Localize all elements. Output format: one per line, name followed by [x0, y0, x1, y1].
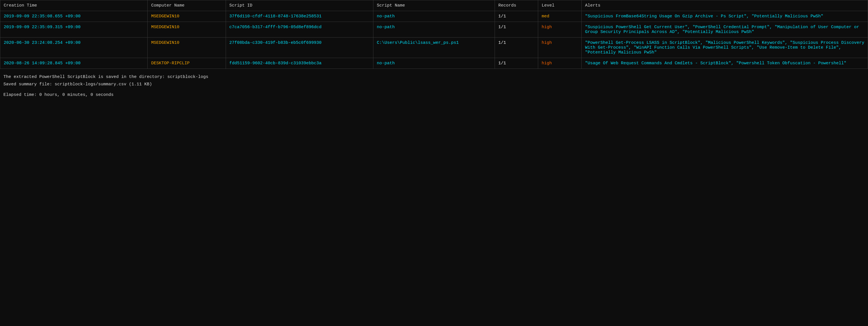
cell-records: 1/1 [495, 22, 538, 37]
cell-alerts: "Suspicious PowerShell Get Current User"… [581, 22, 868, 37]
footer-elapsed: Elapsed time: 0 hours, 0 minutes, 0 seco… [3, 91, 865, 99]
cell-alerts: "PowerShell Get-Process LSASS in ScriptB… [581, 37, 868, 58]
cell-scriptname: no-path [373, 11, 495, 22]
cell-time: 2020-06-30 23:24:08.254 +09:00 [0, 37, 148, 58]
header-script-id: Script ID [226, 0, 373, 11]
table-row: 2020-06-30 23:24:08.254 +09:00MSEDGEWIN1… [0, 37, 868, 58]
footer-line-2: Saved summary file: scriptblock-logs/sum… [3, 81, 865, 88]
table-header-row: Creation Time Computer Name Script ID Sc… [0, 0, 868, 11]
cell-level: med [538, 11, 581, 22]
cell-level: high [538, 37, 581, 58]
table-row: 2019-09-09 22:35:08.655 +09:00MSEDGEWIN1… [0, 11, 868, 22]
cell-scriptname: no-path [373, 22, 495, 37]
cell-computer: DESKTOP-RIPCLIP [148, 58, 226, 69]
cell-scriptid: 27f08bda-c330-419f-b83b-eb5c0f699930 [226, 37, 373, 58]
cell-alerts: "Usage Of Web Request Commands And Cmdle… [581, 58, 868, 69]
cell-time: 2020-08-26 14:09:28.845 +09:00 [0, 58, 148, 69]
cell-scriptid: 37f6d110-cfdf-4118-8748-17638e258531 [226, 11, 373, 22]
header-computer-name: Computer Name [148, 0, 226, 11]
header-creation-time: Creation Time [0, 0, 148, 11]
table-row: 2019-09-09 22:35:09.315 +09:00MSEDGEWIN1… [0, 22, 868, 37]
cell-records: 1/1 [495, 11, 538, 22]
cell-scriptname: no-path [373, 58, 495, 69]
cell-computer: MSEDGEWIN10 [148, 11, 226, 22]
header-level: Level [538, 0, 581, 11]
cell-scriptid: fdd51159-9602-40cb-839d-c31039ebbc3a [226, 58, 373, 69]
cell-computer: MSEDGEWIN10 [148, 37, 226, 58]
table-row: 2020-08-26 14:09:28.845 +09:00DESKTOP-RI… [0, 58, 868, 69]
cell-computer: MSEDGEWIN10 [148, 22, 226, 37]
footer-line-1: The extracted PowerShell ScriptBlock is … [3, 73, 865, 81]
header-records: Records [495, 0, 538, 11]
cell-time: 2019-09-09 22:35:09.315 +09:00 [0, 22, 148, 37]
footer-section: The extracted PowerShell ScriptBlock is … [0, 69, 868, 103]
main-container: Creation Time Computer Name Script ID Sc… [0, 0, 868, 103]
header-script-name: Script Name [373, 0, 495, 11]
results-table: Creation Time Computer Name Script ID Sc… [0, 0, 868, 69]
cell-scriptname: C:\Users\Public\lsass_wer_ps.ps1 [373, 37, 495, 58]
cell-records: 1/1 [495, 58, 538, 69]
cell-scriptid: c7ca7056-b317-4fff-b796-05d8ef896dcd [226, 22, 373, 37]
cell-records: 1/1 [495, 37, 538, 58]
cell-alerts: "Suspicious FromBase64String Usage On Gz… [581, 11, 868, 22]
header-alerts: Alerts [581, 0, 868, 11]
cell-level: high [538, 22, 581, 37]
cell-time: 2019-09-09 22:35:08.655 +09:00 [0, 11, 148, 22]
cell-level: high [538, 58, 581, 69]
